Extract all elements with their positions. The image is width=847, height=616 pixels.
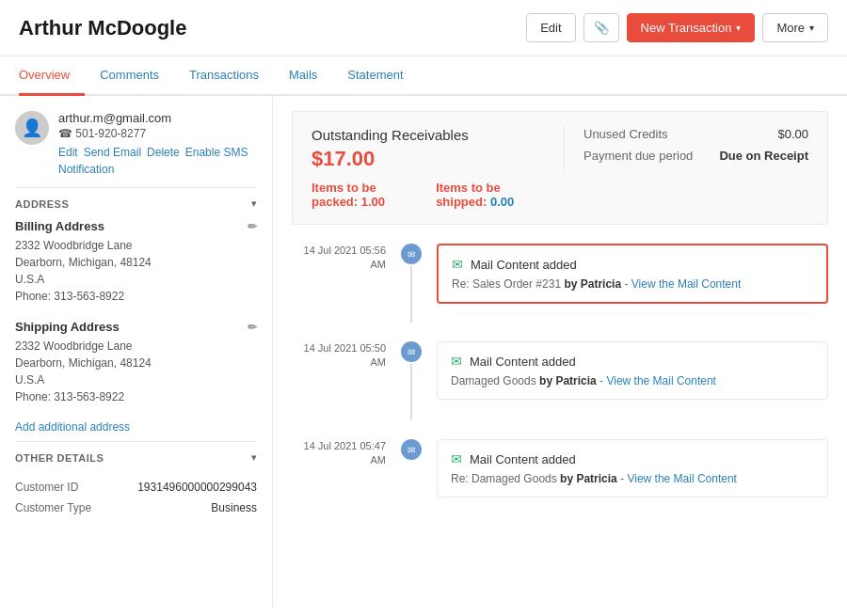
tab-statement[interactable]: Statement xyxy=(332,56,418,96)
timeline-line xyxy=(410,266,412,323)
timeline-connector: ✉ xyxy=(401,341,422,420)
more-chevron-icon: ▾ xyxy=(809,23,814,33)
shipping-address-label: Shipping Address ✏ xyxy=(15,320,257,334)
other-details-section-header[interactable]: OTHER DETAILS ▾ xyxy=(15,441,257,473)
billing-address-label: Billing Address ✏ xyxy=(15,219,257,233)
payment-period-row: Payment due period Due on Receipt xyxy=(583,149,808,163)
timeline-content: ✉ Mail Content added Damaged Goods by Pa… xyxy=(437,341,828,400)
address-section-header[interactable]: ADDRESS ▾ xyxy=(15,187,257,219)
mail-by: by Patricia xyxy=(560,472,617,485)
edit-contact-link[interactable]: Edit xyxy=(58,146,78,159)
mail-timeline-icon: ✉ xyxy=(408,445,415,455)
mail-card: ✉ Mail Content added Damaged Goods by Pa… xyxy=(437,341,828,400)
contact-email: arthur.m@gmail.com xyxy=(58,111,257,125)
timeline-icon: ✉ xyxy=(401,341,422,362)
address-section-title: ADDRESS xyxy=(15,198,69,210)
shipping-edit-icon[interactable]: ✏ xyxy=(248,321,257,334)
left-panel: 👤 arthur.m@gmail.com ☎ 501-920-8277 Edit… xyxy=(0,96,273,608)
mail-card-body: Damaged Goods by Patricia - View the Mai… xyxy=(451,374,814,387)
shipping-address-block: Shipping Address ✏ 2332 Woodbridge Lane … xyxy=(15,320,257,405)
unused-credits-value: $0.00 xyxy=(777,127,808,141)
delete-contact-link[interactable]: Delete xyxy=(147,146,180,159)
timeline-content: ✉ Mail Content added Re: Sales Order #23… xyxy=(437,244,828,304)
unused-credits-row: Unused Credits $0.00 xyxy=(583,127,808,141)
more-button[interactable]: More ▾ xyxy=(762,13,828,42)
avatar: 👤 xyxy=(15,111,49,145)
timeline-item: 14 Jul 2021 05:50AM ✉ ✉ Mail Content add… xyxy=(292,341,828,420)
address-chevron-icon: ▾ xyxy=(251,197,257,210)
other-details-content: Customer ID 1931496000000299043 Customer… xyxy=(15,477,257,518)
tab-comments[interactable]: Comments xyxy=(85,56,174,96)
attachment-icon: 📎 xyxy=(594,21,609,35)
new-transaction-button[interactable]: New Transaction ▾ xyxy=(627,13,756,42)
view-mail-content-link[interactable]: View the Mail Content xyxy=(631,277,742,291)
enable-sms-link[interactable]: Enable SMS xyxy=(185,146,248,159)
timeline-content: ✉ Mail Content added Re: Damaged Goods b… xyxy=(437,439,828,498)
mail-icon: ✉ xyxy=(451,354,462,369)
add-address-link[interactable]: Add additional address xyxy=(15,420,257,434)
timeline-time: 14 Jul 2021 05:47AM xyxy=(292,439,386,468)
payment-period-value: Due on Receipt xyxy=(719,149,808,163)
customer-id-row: Customer ID 1931496000000299043 xyxy=(15,477,257,498)
view-mail-content-link[interactable]: View the Mail Content xyxy=(606,374,716,387)
receivables-main: Outstanding Receivables $17.00 Items to … xyxy=(312,127,545,209)
mail-card-body: Re: Damaged Goods by Patricia - View the… xyxy=(451,472,814,485)
customer-type-label: Customer Type xyxy=(15,501,91,514)
contact-info: arthur.m@gmail.com ☎ 501-920-8277 Edit S… xyxy=(58,111,257,176)
receivables-amount: $17.00 xyxy=(312,147,545,171)
tab-transactions[interactable]: Transactions xyxy=(174,56,274,96)
timeline-connector: ✉ xyxy=(401,244,422,323)
tab-bar: Overview Comments Transactions Mails Sta… xyxy=(0,56,847,96)
notification-link[interactable]: Notification xyxy=(58,163,257,176)
tab-mails[interactable]: Mails xyxy=(274,56,332,96)
mail-by: by Patricia xyxy=(539,374,597,387)
billing-address-block: Billing Address ✏ 2332 Woodbridge Lane D… xyxy=(15,219,257,305)
billing-address-text: 2332 Woodbridge Lane Dearborn, Michigan,… xyxy=(15,237,257,305)
timeline: 14 Jul 2021 05:56AM ✉ ✉ Mail Content add… xyxy=(292,244,828,498)
mail-card: ✉ Mail Content added Re: Damaged Goods b… xyxy=(437,439,828,498)
mail-by: by Patricia xyxy=(564,277,621,291)
edit-button[interactable]: Edit xyxy=(526,13,575,42)
receivables-side: Unused Credits $0.00 Payment due period … xyxy=(564,127,808,170)
other-details-title: OTHER DETAILS xyxy=(15,452,104,464)
right-panel: Outstanding Receivables $17.00 Items to … xyxy=(273,96,847,608)
receivables-title: Outstanding Receivables xyxy=(312,127,545,143)
attachment-button[interactable]: 📎 xyxy=(583,13,619,42)
timeline-icon: ✉ xyxy=(401,439,422,460)
timeline-icon: ✉ xyxy=(401,244,422,264)
timeline-item: 14 Jul 2021 05:47AM ✉ ✉ Mail Content add… xyxy=(292,439,828,498)
more-label: More xyxy=(776,21,805,35)
contact-phone: ☎ 501-920-8277 xyxy=(58,127,257,140)
mail-timeline-icon: ✉ xyxy=(408,347,415,357)
chevron-down-icon: ▾ xyxy=(736,23,741,33)
timeline-connector: ✉ xyxy=(401,439,422,460)
mail-card-title: Mail Content added xyxy=(471,258,577,272)
customer-id-label: Customer ID xyxy=(15,481,78,494)
customer-type-value: Business xyxy=(211,501,257,514)
page-title: Arthur McDoogle xyxy=(19,16,526,40)
shipping-address-text: 2332 Woodbridge Lane Dearborn, Michigan,… xyxy=(15,338,257,405)
timeline-time: 14 Jul 2021 05:56AM xyxy=(292,244,386,273)
timeline-line xyxy=(410,364,412,420)
mail-icon: ✉ xyxy=(452,257,463,272)
send-email-link[interactable]: Send Email xyxy=(84,146,141,159)
customer-id-value: 1931496000000299043 xyxy=(137,481,257,494)
mail-icon: ✉ xyxy=(451,451,462,466)
customer-type-row: Customer Type Business xyxy=(15,498,257,518)
view-mail-content-link[interactable]: View the Mail Content xyxy=(627,472,737,485)
mail-timeline-icon: ✉ xyxy=(408,249,415,260)
mail-card-title: Mail Content added xyxy=(470,452,576,466)
other-details-chevron-icon: ▾ xyxy=(251,451,257,464)
mail-card-header: ✉ Mail Content added xyxy=(452,257,813,272)
tab-overview[interactable]: Overview xyxy=(19,56,85,96)
receivables-section: Outstanding Receivables $17.00 Items to … xyxy=(292,111,828,225)
contact-section: 👤 arthur.m@gmail.com ☎ 501-920-8277 Edit… xyxy=(15,111,257,176)
mail-card-header: ✉ Mail Content added xyxy=(451,451,814,466)
new-transaction-label: New Transaction xyxy=(641,21,732,35)
contact-actions: Edit Send Email Delete Enable SMS xyxy=(58,146,257,159)
billing-edit-icon[interactable]: ✏ xyxy=(248,220,257,233)
items-to-ship-stat: Items to be shipped: 0.00 xyxy=(436,181,545,209)
payment-period-label: Payment due period xyxy=(583,149,693,163)
unused-credits-label: Unused Credits xyxy=(583,127,668,141)
timeline-time: 14 Jul 2021 05:50AM xyxy=(292,341,386,371)
